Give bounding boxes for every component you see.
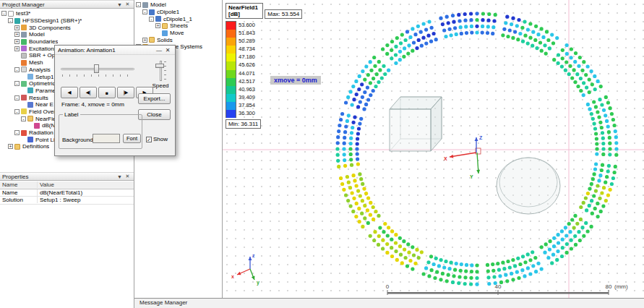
collapse-icon[interactable]: -	[14, 67, 20, 72]
property-row[interactable]: SolutionSetup1 : Sweep	[0, 197, 134, 205]
tree-item-move[interactable]: Move	[134, 30, 222, 37]
comp3d-icon	[21, 25, 27, 30]
tree-item-solids[interactable]: +Solids	[134, 36, 222, 43]
property-value[interactable]: dB(NearETotal1)	[38, 189, 134, 196]
legend-max: Max: 53.554	[265, 9, 302, 19]
scale-value: 48.734	[239, 45, 255, 53]
expand-icon[interactable]: +	[14, 39, 20, 44]
tree-item-label: Boundaries	[29, 38, 58, 45]
tree-item-cdipole1[interactable]: -cDipole1	[134, 9, 222, 16]
properties-table: NameValueNamedB(NearETotal1)SolutionSetu…	[0, 181, 134, 308]
dialog-titlebar[interactable]: Animation: Animation1 — ✕	[55, 46, 175, 55]
scale-value: 37.854	[239, 101, 255, 109]
export-button[interactable]: Export...	[138, 93, 171, 104]
modeler-viewport[interactable]: XYZzxy04080(mm) NearField1 [dB] Max: 53.…	[223, 0, 644, 298]
property-value[interactable]: Setup1 : Sweep	[38, 197, 134, 203]
colorbar-cell	[226, 22, 236, 30]
defs-icon	[14, 144, 20, 150]
tree-item-model[interactable]: +Model	[0, 31, 134, 38]
colorbar-cell	[226, 70, 236, 78]
step-back-button[interactable]: ◀|	[80, 87, 97, 98]
collapse-icon[interactable]: -	[21, 116, 26, 121]
scale-value: 45.626	[239, 61, 255, 69]
scale-value: 44.071	[239, 69, 255, 77]
tree-item-cdipole1-1[interactable]: -cDipole1_1	[134, 15, 222, 22]
collapse-icon[interactable]: -	[14, 130, 20, 135]
expand-icon[interactable]: +	[14, 25, 20, 30]
tree-item-label: Move	[170, 30, 184, 36]
stop-button[interactable]: ■	[98, 87, 116, 98]
close-icon[interactable]: ✕	[124, 174, 132, 179]
expand-icon[interactable]: +	[14, 32, 20, 37]
colorbar-cell	[226, 46, 236, 54]
opti-icon	[21, 81, 27, 87]
model-cylinder[interactable]	[497, 158, 560, 214]
scene-label: (mm)	[614, 283, 628, 290]
colorbar-cell	[226, 94, 236, 102]
dialog-title: Animation: Animation1	[58, 47, 155, 54]
tree-item-test3[interactable]: -test3*	[0, 10, 134, 17]
project-icon	[8, 11, 14, 17]
model-box[interactable]	[390, 97, 442, 151]
colorbar-cell	[226, 54, 236, 61]
close-icon[interactable]: ✕	[124, 1, 132, 7]
font-button[interactable]: Font	[123, 134, 141, 143]
close-button[interactable]: Close	[138, 109, 171, 120]
scene-label: z	[252, 253, 255, 258]
close-icon[interactable]: ✕	[163, 47, 172, 54]
scale-value: 51.843	[239, 29, 255, 37]
tree-item-sheets[interactable]: +Sheets	[134, 22, 222, 30]
tree-item-label: Definitions	[22, 143, 49, 150]
scale-value: 42.517	[239, 77, 255, 85]
legend-title-box: NearField1 [dB]	[226, 3, 263, 19]
compblue-icon	[155, 16, 161, 22]
scale-value: 47.180	[239, 53, 255, 61]
frame-slider[interactable]	[61, 64, 134, 77]
tree-item-hfssdesign1-sbr[interactable]: -HFSSDesign1 (SBR+)*	[0, 17, 134, 25]
tree-item-model[interactable]: -Model	[134, 1, 222, 9]
frame-slider-thumb[interactable]	[94, 64, 99, 73]
tree-item-3d-components[interactable]: +3D Components	[0, 24, 134, 31]
colorbar-cell	[226, 86, 236, 94]
collapse-icon[interactable]: -	[149, 17, 154, 22]
tree-item-label: Setup1	[35, 74, 53, 80]
collapse-icon[interactable]: -	[8, 18, 13, 23]
expand-icon[interactable]: +	[142, 38, 147, 43]
tree-item-label: Near E	[35, 101, 53, 108]
tree-item-label: Analysis	[29, 67, 51, 73]
minimize-icon[interactable]: —	[155, 47, 163, 54]
colorbar-cell	[226, 110, 236, 118]
background-color-button[interactable]	[93, 134, 120, 143]
colorbar-cell	[226, 30, 236, 38]
collapse-icon[interactable]: -	[142, 9, 147, 14]
expand-icon[interactable]: +	[14, 46, 20, 51]
compblue-icon	[149, 9, 155, 15]
scale-bar: 04080(mm)	[386, 283, 628, 295]
property-row[interactable]: NamedB(NearETotal1)	[0, 189, 134, 197]
collapse-icon[interactable]: -	[1, 11, 7, 16]
show-checkbox[interactable]: ✓ Show	[146, 136, 168, 142]
coordinate-axes: XYZ	[444, 135, 483, 179]
collapse-icon[interactable]: -	[14, 95, 20, 100]
collapse-icon[interactable]: -	[14, 81, 20, 86]
animation-dialog[interactable]: Animation: Animation1 — ✕ Speed ◀◀|■|▶▶ …	[54, 45, 176, 156]
rad-icon	[21, 130, 27, 136]
chevron-down-icon[interactable]: ▼	[116, 174, 124, 179]
step-forward-button[interactable]: |▶	[117, 87, 134, 98]
message-manager-header[interactable]: Message Manager	[134, 298, 644, 308]
expand-icon[interactable]: +	[8, 144, 13, 149]
label-group-title: Label	[63, 111, 80, 118]
checkbox-icon[interactable]: ✓	[146, 137, 152, 142]
colorbar-cell	[226, 38, 236, 46]
tree-item-label: Excitations	[29, 46, 57, 52]
speed-slider[interactable]	[155, 61, 166, 81]
collapse-icon[interactable]: -	[14, 109, 20, 114]
collapse-icon[interactable]: -	[136, 2, 141, 7]
tree-item-boundaries[interactable]: +Boundaries	[0, 38, 134, 46]
scene-label: 80	[606, 283, 612, 290]
folder-icon	[149, 37, 155, 43]
expand-icon[interactable]: +	[155, 23, 160, 28]
chevron-down-icon[interactable]: ▼	[116, 2, 124, 7]
play-reverse-button[interactable]: ◀	[61, 87, 78, 98]
speed-slider-thumb[interactable]	[155, 64, 164, 68]
